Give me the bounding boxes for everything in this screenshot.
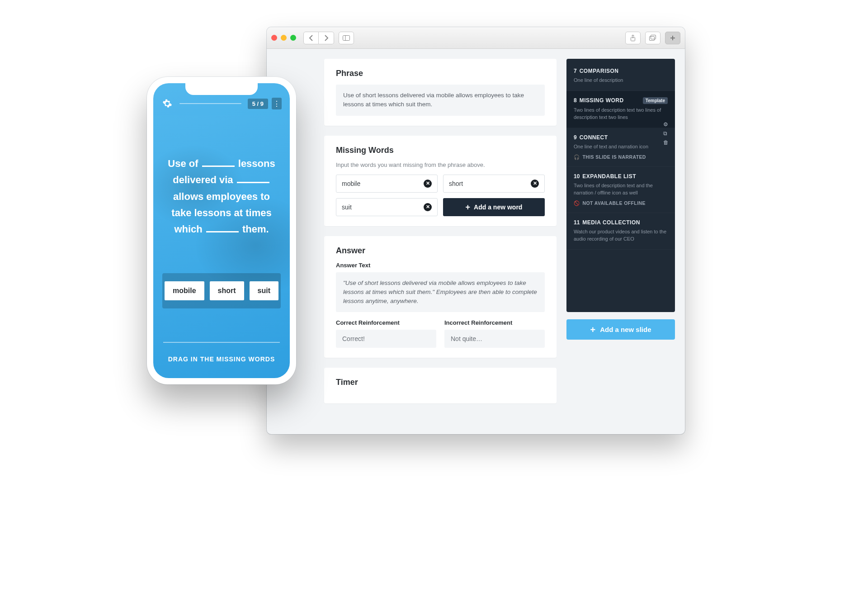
close-window-icon[interactable]	[271, 35, 277, 41]
slide-meta-label: NOT AVAILABLE OFFLINE	[582, 200, 645, 206]
phone-screen: 5 / 9 ⋮ Use of lessons delivered via all…	[153, 83, 290, 378]
incorrect-reinforcement-label: Incorrect Reinforcement	[444, 319, 545, 326]
missing-word-chip[interactable]: suit ✕	[336, 198, 438, 216]
word-tray: mobile short suit	[162, 273, 281, 308]
slide-number: 10	[574, 173, 580, 180]
missing-words-help: Input the words you want missing from th…	[336, 161, 545, 168]
instruction-label: DRAG IN THE MISSING WORDS	[153, 355, 290, 363]
svg-rect-4	[651, 35, 656, 39]
add-slide-button[interactable]: + Add a new slide	[566, 319, 675, 340]
missing-word-chip[interactable]: short ✕	[443, 175, 545, 193]
svg-rect-0	[343, 35, 350, 40]
offline-icon: 🚫	[574, 200, 580, 206]
draggable-word[interactable]: mobile	[165, 281, 204, 300]
slide-description: One line of text and narration icon	[574, 143, 668, 151]
slide-number: 8	[574, 97, 577, 104]
sidebar-toggle-button[interactable]	[339, 32, 354, 44]
phrase-panel: Phrase Use of short lessons delivered vi…	[324, 59, 557, 126]
slide-list[interactable]: 7COMPARISONOne line of description8MISSI…	[566, 59, 675, 312]
answer-heading: Answer	[336, 246, 545, 256]
svg-rect-3	[650, 36, 655, 40]
headphones-icon: 🎧	[574, 154, 580, 160]
blank-slot[interactable]	[237, 182, 269, 183]
browser-window: Phrase Use of short lessons delivered vi…	[267, 27, 685, 434]
browser-titlebar	[267, 27, 685, 49]
missing-word-label: short	[449, 180, 463, 187]
answer-panel: Answer Answer Text "Use of short lessons…	[324, 236, 557, 358]
slide-list-item[interactable]: 10EXPANDABLE LISTTwo lines of descriptio…	[566, 167, 675, 213]
slide-description: One line of description	[574, 77, 668, 84]
slide-number: 9	[574, 134, 577, 141]
tabs-button[interactable]	[645, 32, 660, 44]
gear-icon[interactable]	[161, 98, 173, 109]
timer-panel: Timer	[324, 368, 557, 403]
slide-title: EXPANDABLE LIST	[582, 173, 636, 180]
answer-text[interactable]: "Use of short lessons delivered via mobi…	[336, 272, 545, 313]
template-badge: Template	[643, 97, 668, 104]
add-word-button[interactable]: + Add a new word	[443, 198, 545, 216]
phone-mockup: 5 / 9 ⋮ Use of lessons delivered via all…	[147, 77, 296, 384]
back-button[interactable]	[303, 32, 319, 44]
missing-word-chip[interactable]: mobile ✕	[336, 175, 438, 193]
window-controls	[271, 35, 296, 41]
blank-slot[interactable]	[206, 231, 239, 232]
add-word-label: Add a new word	[474, 204, 522, 211]
timer-heading: Timer	[336, 378, 545, 387]
remove-word-icon[interactable]: ✕	[531, 180, 539, 188]
divider	[163, 342, 280, 343]
zoom-window-icon[interactable]	[290, 35, 296, 41]
add-slide-label: Add a new slide	[600, 326, 651, 333]
slide-description: Watch our product videos and listen to t…	[574, 228, 668, 243]
slide-description: Two lines of description text and the na…	[574, 182, 668, 197]
slide-number: 11	[574, 219, 580, 226]
phrase-text[interactable]: Use of short lessons delivered via mobil…	[336, 85, 545, 116]
answer-text-label: Answer Text	[336, 262, 545, 269]
missing-word-label: mobile	[342, 180, 360, 187]
phrase-heading: Phrase	[336, 69, 545, 78]
phone-notch	[185, 83, 258, 95]
remove-word-icon[interactable]: ✕	[424, 203, 432, 211]
slide-list-item[interactable]: 8MISSING WORDTemplateTwo lines of descri…	[566, 91, 675, 128]
blank-slot[interactable]	[202, 166, 235, 167]
slide-title: MISSING WORD	[580, 97, 624, 104]
lesson-phrase: Use of lessons delivered via allows empl…	[164, 156, 279, 237]
missing-words-heading: Missing Words	[336, 146, 545, 155]
slide-list-item[interactable]: 7COMPARISONOne line of description	[566, 62, 675, 91]
slide-list-item[interactable]: 9CONNECTOne line of text and narration i…	[566, 128, 675, 167]
share-button[interactable]	[625, 32, 641, 44]
editor-main-column: Phrase Use of short lessons delivered vi…	[277, 59, 557, 424]
progress-indicator	[179, 103, 241, 104]
slide-meta-label: THIS SLIDE IS NARRATED	[582, 154, 646, 160]
forward-button[interactable]	[319, 32, 334, 44]
slide-title: CONNECT	[580, 134, 608, 141]
draggable-word[interactable]: suit	[250, 281, 278, 300]
correct-reinforcement-label: Correct Reinforcement	[336, 319, 436, 326]
remove-word-icon[interactable]: ✕	[424, 180, 432, 188]
incorrect-reinforcement-input[interactable]: Not quite…	[444, 330, 545, 348]
slide-title: MEDIA COLLECTION	[582, 219, 640, 226]
page-indicator: 5 / 9	[248, 99, 268, 109]
slide-list-item[interactable]: 11MEDIA COLLECTIONWatch our product vide…	[566, 213, 675, 250]
slide-title: COMPARISON	[580, 68, 619, 74]
slide-number: 7	[574, 68, 577, 74]
minimize-window-icon[interactable]	[281, 35, 287, 41]
slide-sidebar: 7COMPARISONOne line of description8MISSI…	[566, 59, 675, 424]
slide-description: Two lines of description text two lines …	[574, 107, 668, 121]
new-tab-button[interactable]	[665, 32, 680, 44]
kebab-menu-icon[interactable]: ⋮	[272, 98, 282, 109]
missing-word-label: suit	[342, 204, 352, 211]
missing-words-panel: Missing Words Input the words you want m…	[324, 136, 557, 226]
gear-icon[interactable]: ⚙	[663, 121, 669, 128]
draggable-word[interactable]: short	[210, 281, 244, 300]
correct-reinforcement-input[interactable]: Correct!	[336, 330, 436, 348]
